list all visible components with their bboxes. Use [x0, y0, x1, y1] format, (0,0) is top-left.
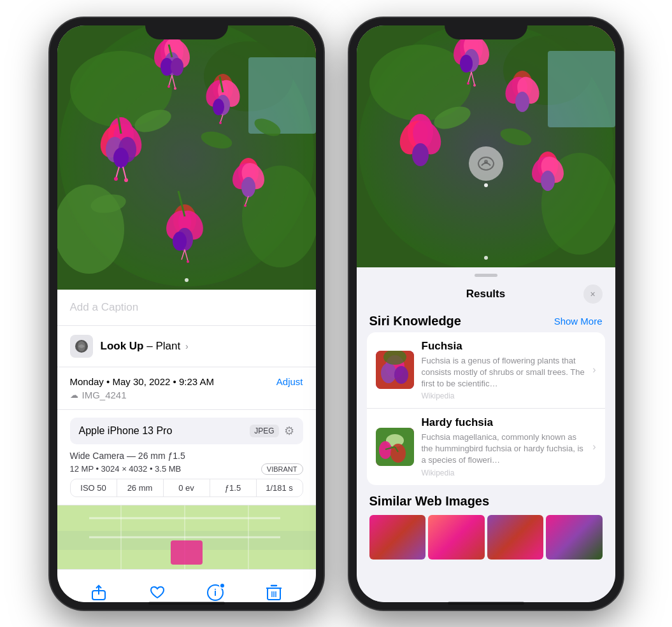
hardy-fuchsia-desc: Fuchsia magellanica, commonly known as t… — [422, 432, 585, 467]
camera-model-row: Apple iPhone 13 Pro JPEG ⚙ — [70, 418, 303, 444]
svg-point-39 — [244, 204, 247, 207]
fuchsia-name: Fuchsia — [422, 340, 585, 353]
svg-point-111 — [394, 366, 408, 384]
lens-info: Wide Camera — 26 mm ƒ1.5 — [70, 451, 303, 461]
favorite-button[interactable] — [143, 579, 171, 602]
share-button[interactable] — [85, 579, 113, 602]
specs-text: 12 MP • 3024 × 4032 • 3.5 MB — [70, 464, 182, 474]
exif-iso: ISO 50 — [71, 479, 117, 497]
right-phone: Results × Siri Knowledge Show More — [349, 18, 623, 610]
lookup-label: Look Up – Plant › — [101, 340, 189, 353]
hardy-fuchsia-name: Hardy fuchsia — [422, 416, 585, 429]
knowledge-card: Fuchsia Fuchsia is a genus of flowering … — [367, 332, 605, 485]
camera-model: Apple iPhone 13 Pro — [79, 425, 173, 437]
svg-point-12 — [171, 58, 183, 76]
fuchsia-thumbnail — [376, 351, 414, 389]
similar-image-2[interactable] — [428, 515, 485, 560]
fuchsia-chevron-icon: › — [592, 364, 596, 376]
svg-point-16 — [174, 87, 176, 90]
exif-shutter: 1/181 s — [257, 479, 303, 497]
photo-dot-right — [484, 256, 488, 260]
svg-rect-82 — [548, 51, 615, 127]
photo-dot — [185, 278, 189, 282]
svg-point-44 — [173, 232, 187, 251]
caption-area[interactable]: Add a Caption — [57, 290, 316, 326]
results-header: Results × — [357, 277, 615, 309]
adjust-button[interactable]: Adjust — [276, 376, 303, 387]
similar-title: Similar Web Images — [369, 494, 603, 509]
svg-point-29 — [113, 148, 129, 168]
svg-point-103 — [541, 171, 555, 191]
lookup-icon — [70, 335, 93, 358]
fuchsia-content: Fuchsia Fuchsia is a genus of flowering … — [422, 340, 585, 401]
exif-focal: 26 mm — [117, 479, 164, 497]
photo-date: Monday • May 30, 2022 • 9:23 AM — [70, 376, 214, 387]
lookup-chevron-icon: › — [183, 341, 189, 351]
home-indicator — [148, 602, 225, 605]
hardy-fuchsia-chevron-icon: › — [592, 441, 596, 453]
file-info: ☁ IMG_4241 — [70, 390, 303, 400]
exif-row: ISO 50 26 mm 0 ev ƒ1.5 1/181 s — [70, 479, 303, 497]
exif-ev: 0 ev — [164, 479, 210, 497]
hardy-fuchsia-content: Hardy fuchsia Fuchsia magellanica, commo… — [422, 416, 585, 477]
results-panel: Results × Siri Knowledge Show More — [357, 267, 615, 602]
left-phone: Add a Caption Look Up – Plant › Monday •… — [50, 18, 324, 610]
info-button[interactable]: i — [201, 579, 229, 602]
lookup-row[interactable]: Look Up – Plant › — [57, 326, 316, 367]
svg-point-21 — [213, 99, 224, 115]
camera-badges: JPEG ⚙ — [250, 424, 294, 438]
svg-point-95 — [515, 92, 529, 112]
show-more-button[interactable]: Show More — [554, 316, 603, 327]
hardy-fuchsia-source: Wikipedia — [422, 468, 585, 477]
home-indicator-right — [448, 602, 524, 605]
svg-point-115 — [379, 441, 392, 459]
vibrant-badge: VIBRANT — [261, 463, 303, 475]
right-screen: Results × Siri Knowledge Show More — [357, 25, 615, 602]
format-badge: JPEG — [250, 425, 278, 437]
phone-notch — [145, 18, 228, 39]
svg-rect-65 — [171, 540, 203, 565]
svg-point-90 — [467, 82, 469, 85]
camera-section: Apple iPhone 13 Pro JPEG ⚙ Wide Camera —… — [57, 410, 316, 505]
info-section: Monday • May 30, 2022 • 9:23 AM Adjust ☁… — [57, 367, 316, 410]
cloud-icon: ☁ — [70, 390, 78, 400]
svg-point-110 — [381, 363, 396, 383]
exif-aperture: ƒ1.5 — [210, 479, 257, 497]
delete-button[interactable] — [260, 579, 288, 602]
svg-point-15 — [168, 85, 170, 88]
map-thumbnail[interactable] — [57, 505, 316, 569]
svg-text:i: i — [214, 588, 217, 598]
results-title: Results — [389, 288, 583, 300]
bottom-toolbar: i — [57, 569, 316, 602]
knowledge-item-hardy-fuchsia[interactable]: Hardy fuchsia Fuchsia magellanica, commo… — [367, 409, 605, 485]
svg-point-33 — [124, 178, 128, 182]
info-badge — [219, 582, 225, 589]
similar-image-3[interactable] — [487, 515, 544, 560]
photo-area-right[interactable] — [357, 25, 615, 267]
left-screen: Add a Caption Look Up – Plant › Monday •… — [57, 25, 316, 602]
svg-point-23 — [219, 122, 222, 124]
caption-placeholder[interactable]: Add a Caption — [70, 301, 139, 313]
visual-search-dot — [484, 183, 488, 187]
hardy-fuchsia-thumbnail — [376, 428, 414, 466]
fuchsia-desc: Fuchsia is a genus of flowering plants t… — [422, 355, 585, 390]
svg-point-32 — [114, 177, 118, 181]
siri-knowledge-header: Siri Knowledge Show More — [357, 309, 615, 332]
phone-notch-right — [445, 18, 527, 39]
siri-knowledge-title: Siri Knowledge — [369, 314, 461, 328]
similar-image-4[interactable] — [546, 515, 603, 560]
svg-point-91 — [473, 84, 476, 87]
svg-point-87 — [460, 55, 473, 73]
svg-point-107 — [484, 160, 488, 164]
knowledge-item-fuchsia[interactable]: Fuchsia Fuchsia is a genus of flowering … — [367, 332, 605, 409]
specs-row: 12 MP • 3024 × 4032 • 3.5 MB VIBRANT — [70, 463, 303, 475]
camera-settings-icon[interactable]: ⚙ — [284, 424, 294, 438]
similar-image-1[interactable] — [369, 515, 426, 560]
similar-section: Similar Web Images — [357, 485, 615, 565]
svg-point-37 — [241, 177, 255, 197]
fuchsia-source: Wikipedia — [422, 391, 585, 400]
visual-search-button[interactable] — [469, 146, 503, 181]
close-button[interactable]: × — [583, 285, 603, 304]
photo-area[interactable] — [57, 25, 316, 290]
svg-point-116 — [390, 444, 406, 463]
